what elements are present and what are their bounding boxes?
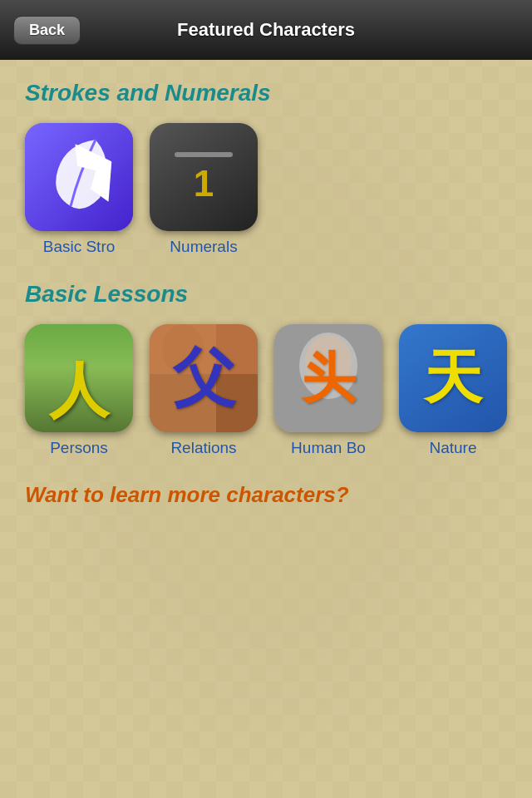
nature-label: Nature [429, 439, 476, 457]
numeral-display: 1 [194, 165, 214, 202]
nature-cell[interactable]: 天 Nature [399, 324, 507, 457]
persons-icon: 人 [25, 324, 133, 432]
human-body-char: 头 [274, 324, 382, 432]
strokes-svg [25, 123, 133, 231]
human-body-cell[interactable]: 头 Human Bo [274, 324, 382, 457]
lessons-section-title: Basic Lessons [25, 281, 507, 308]
basic-strokes-icon [25, 123, 133, 231]
numerals-icon: 1 [150, 123, 258, 231]
persons-char: 人 [49, 360, 109, 420]
numerals-bar [175, 152, 233, 157]
human-body-label: Human Bo [291, 439, 366, 457]
strokes-items-row: Basic Stro 1 Numerals [25, 123, 507, 256]
relations-icon: 父 [150, 324, 258, 432]
main-content: Strokes and Numerals Basi [0, 60, 532, 528]
nature-icon: 天 [399, 324, 507, 432]
relations-label: Relations [170, 439, 236, 457]
numerals-label: Numerals [170, 238, 237, 256]
basic-strokes-cell[interactable]: Basic Stro [25, 123, 133, 256]
promo-text: Want to learn more characters? [25, 482, 507, 508]
page-title: Featured Characters [177, 19, 355, 41]
nature-char: 天 [424, 339, 482, 417]
basic-strokes-label: Basic Stro [43, 238, 116, 256]
human-body-icon: 头 [274, 324, 382, 432]
relations-char: 父 [150, 324, 258, 432]
lessons-items-row: 人 Persons 父 Relations [25, 324, 507, 457]
persons-cell[interactable]: 人 Persons [25, 324, 133, 457]
strokes-section-title: Strokes and Numerals [25, 80, 507, 106]
persons-label: Persons [50, 439, 108, 457]
navigation-bar: Back Featured Characters [0, 0, 532, 60]
relations-cell[interactable]: 父 Relations [150, 324, 258, 457]
numerals-cell[interactable]: 1 Numerals [150, 123, 258, 256]
back-button[interactable]: Back [13, 16, 81, 45]
